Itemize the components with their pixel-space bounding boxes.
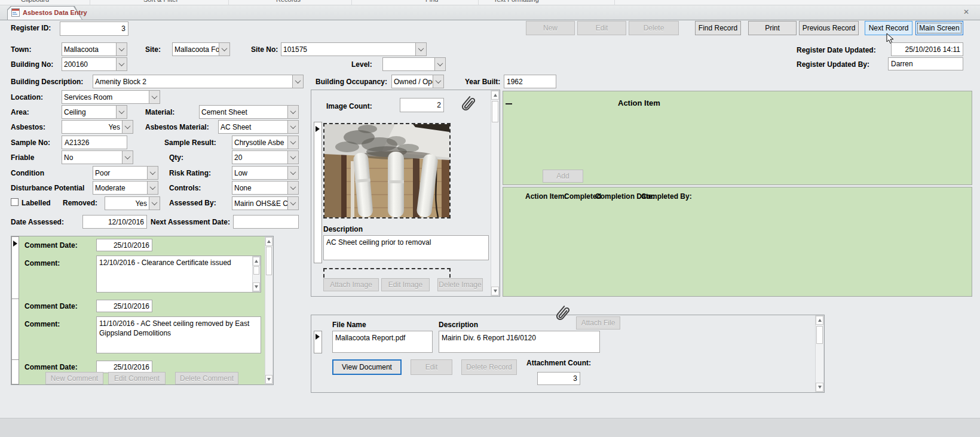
town-combo[interactable]: Mallacoota bbox=[62, 42, 127, 56]
main-screen-button[interactable]: Main Screen bbox=[915, 21, 963, 35]
combo-dropdown-button[interactable] bbox=[116, 58, 127, 70]
chevron-down-icon bbox=[290, 123, 296, 129]
year-built-label: Year Built: bbox=[465, 78, 500, 86]
combo-dropdown-button[interactable] bbox=[287, 151, 298, 164]
find-record-button[interactable]: Find Record bbox=[695, 21, 741, 35]
close-icon[interactable]: ✕ bbox=[963, 8, 969, 16]
labelled-checkbox[interactable] bbox=[11, 198, 19, 206]
combo-dropdown-button[interactable] bbox=[287, 181, 298, 194]
comments-scrollbar[interactable] bbox=[265, 236, 273, 384]
combo-dropdown-button[interactable] bbox=[287, 197, 298, 210]
comment-date-field[interactable]: 25/10/2016 bbox=[96, 239, 152, 251]
next-assessment-date-field[interactable] bbox=[233, 215, 299, 229]
add-action-item-button: Add bbox=[543, 170, 583, 183]
assessed-by-combo[interactable]: Mairin OHS&E C bbox=[232, 196, 299, 210]
site-no-label: Site No: bbox=[251, 45, 278, 54]
disturbance-potential-combo[interactable]: Moderate bbox=[93, 181, 158, 195]
scroll-down-icon[interactable] bbox=[816, 383, 823, 392]
image-count-field[interactable]: 2 bbox=[400, 98, 444, 112]
sample-result-combo[interactable]: Chrysotile Asbe bbox=[232, 136, 299, 149]
image-record-selector[interactable] bbox=[314, 122, 322, 263]
date-assessed-field[interactable]: 12/10/2016 bbox=[82, 215, 147, 229]
scroll-up-icon[interactable] bbox=[265, 237, 272, 246]
combo-dropdown-button[interactable] bbox=[287, 167, 298, 179]
attachments-scrollbar[interactable] bbox=[815, 315, 824, 392]
scroll-down-icon[interactable] bbox=[265, 375, 272, 384]
combo-dropdown-button[interactable] bbox=[287, 106, 298, 118]
year-built-field[interactable]: 1962 bbox=[504, 75, 556, 88]
combo-dropdown-button[interactable] bbox=[149, 91, 160, 103]
combo-dropdown-button[interactable] bbox=[122, 121, 133, 133]
combo-dropdown-button[interactable] bbox=[433, 75, 443, 88]
area-combo[interactable]: Ceiling bbox=[62, 105, 127, 119]
previous-record-button[interactable]: Previous Record bbox=[799, 21, 859, 35]
asbestos-material-combo[interactable]: AC Sheet bbox=[218, 120, 299, 134]
combo-dropdown-button[interactable] bbox=[147, 181, 158, 194]
ribbon-separator bbox=[614, 0, 615, 5]
controls-combo[interactable]: None bbox=[232, 181, 299, 195]
image-description-field[interactable]: AC Sheet ceiling prior to removal bbox=[323, 235, 489, 260]
combo-dropdown-button[interactable] bbox=[434, 58, 445, 70]
level-combo[interactable] bbox=[382, 57, 446, 71]
comment-date-field[interactable]: 25/10/2016 bbox=[96, 300, 152, 312]
condition-combo[interactable]: Poor bbox=[93, 166, 158, 180]
removed-combo[interactable]: Yes bbox=[105, 196, 160, 210]
scroll-thumb[interactable] bbox=[253, 266, 259, 275]
combo-dropdown-button[interactable] bbox=[287, 121, 298, 133]
friable-combo[interactable]: No bbox=[62, 150, 133, 164]
scroll-up-icon[interactable] bbox=[816, 316, 823, 325]
asbestos-photo[interactable] bbox=[323, 123, 451, 219]
building-description-combo[interactable]: Amenity Block 2 bbox=[93, 75, 304, 88]
combo-dropdown-button[interactable] bbox=[116, 43, 127, 56]
combo-dropdown-button[interactable] bbox=[149, 197, 160, 210]
site-no-combo[interactable]: 101575 bbox=[281, 42, 427, 56]
scroll-up-icon[interactable] bbox=[491, 91, 499, 100]
chevron-down-icon bbox=[119, 60, 125, 66]
site-combo[interactable]: Mallacoota Fore bbox=[172, 42, 230, 56]
images-scrollbar[interactable] bbox=[491, 90, 500, 296]
scroll-thumb[interactable] bbox=[816, 326, 823, 344]
view-document-button[interactable]: View Document bbox=[332, 359, 402, 375]
ribbon-separator bbox=[90, 0, 90, 5]
building-occupancy-combo[interactable]: Owned / Opera bbox=[391, 75, 444, 88]
register-date-updated-field[interactable]: 25/10/2016 14:11 bbox=[891, 42, 963, 56]
attachment-file-name-field[interactable]: Mallacoota Report.pdf bbox=[332, 331, 433, 353]
ribbon-group-records: Records bbox=[276, 0, 301, 3]
combo-dropdown-button[interactable] bbox=[287, 136, 298, 149]
window-bottom-strip bbox=[0, 418, 980, 437]
comment-date-field[interactable]: 25/10/2016 bbox=[96, 361, 152, 373]
combo-dropdown-button[interactable] bbox=[147, 167, 158, 179]
attachment-record-selector[interactable] bbox=[314, 331, 322, 353]
chevron-down-icon bbox=[290, 108, 296, 114]
risk-rating-combo[interactable]: Low bbox=[232, 166, 299, 180]
location-combo[interactable]: Services Room bbox=[62, 90, 160, 104]
asbestos-combo[interactable]: Yes bbox=[62, 120, 133, 134]
scroll-down-icon[interactable] bbox=[253, 282, 260, 291]
comment-text-field[interactable]: 12/10/2016 - Clearance Certificate issue… bbox=[96, 256, 261, 293]
comment-scrollbar[interactable] bbox=[252, 256, 261, 292]
attachment-count-field[interactable]: 3 bbox=[537, 372, 580, 385]
scroll-up-icon[interactable] bbox=[253, 257, 260, 266]
combo-dropdown-button[interactable] bbox=[292, 75, 303, 88]
scroll-down-icon[interactable] bbox=[491, 287, 499, 296]
town-label: Town: bbox=[11, 45, 31, 54]
scroll-thumb[interactable] bbox=[492, 101, 498, 122]
comment-text-field[interactable]: 11/10/2016 - AC Sheet ceiling removed by… bbox=[96, 316, 261, 353]
comment-record-selector[interactable] bbox=[11, 236, 19, 384]
building-no-combo[interactable]: 200160 bbox=[62, 57, 127, 71]
combo-dropdown-button[interactable] bbox=[219, 43, 229, 56]
attachment-description-field[interactable]: Mairin Div. 6 Report J16/0120 bbox=[439, 331, 600, 353]
combo-dropdown-button[interactable] bbox=[415, 43, 426, 56]
building-no-label: Building No: bbox=[11, 60, 53, 69]
paperclip-icon bbox=[457, 93, 477, 118]
register-updated-by-field[interactable]: Darren bbox=[888, 57, 963, 70]
tab-asbestos-data-entry[interactable]: Asbestos Data Entry bbox=[7, 6, 82, 20]
scroll-thumb[interactable] bbox=[266, 247, 272, 275]
print-button[interactable]: Print bbox=[748, 21, 797, 35]
sample-no-field[interactable]: A21326 bbox=[62, 136, 127, 149]
material-combo[interactable]: Cement Sheet bbox=[199, 105, 299, 119]
combo-dropdown-button[interactable] bbox=[122, 151, 133, 164]
qty-combo[interactable]: 20 bbox=[232, 150, 299, 164]
combo-dropdown-button[interactable] bbox=[116, 106, 127, 118]
register-id-field[interactable]: 3 bbox=[60, 21, 128, 36]
